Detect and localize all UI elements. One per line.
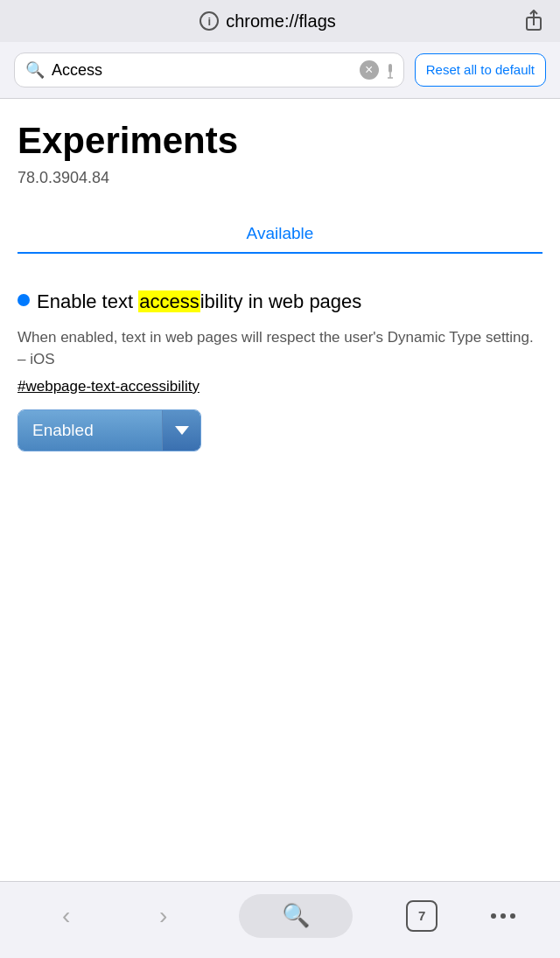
more-dot-2 xyxy=(500,913,506,919)
forward-icon: › xyxy=(159,902,167,930)
reset-all-button[interactable]: Reset all to default xyxy=(415,53,546,87)
flag-enabled-dot xyxy=(18,294,30,306)
more-dot-1 xyxy=(491,913,496,919)
flag-item: Enable text accessibility in web pages W… xyxy=(18,275,542,465)
page-title: Experiments xyxy=(18,120,542,162)
flag-title-after: ibility in web pages xyxy=(200,290,362,312)
url-text: chrome://flags xyxy=(226,11,336,31)
version-text: 78.0.3904.84 xyxy=(18,169,542,187)
dropdown-value: Enabled xyxy=(18,410,162,451)
flag-title: Enable text accessibility in web pages xyxy=(18,289,542,316)
clear-button[interactable] xyxy=(360,60,379,80)
svg-rect-2 xyxy=(388,64,392,73)
dropdown-arrow[interactable] xyxy=(162,410,200,451)
flag-link[interactable]: #webpage-text-accessibility xyxy=(18,378,542,395)
forward-button[interactable]: › xyxy=(142,894,186,938)
flag-title-before: Enable text xyxy=(37,290,138,312)
search-pill-button[interactable]: 🔍 xyxy=(239,894,353,938)
voice-icon[interactable] xyxy=(388,60,393,80)
search-wrapper: 🔍 xyxy=(14,52,404,87)
search-nav-icon: 🔍 xyxy=(282,902,310,929)
main-content: Experiments 78.0.3904.84 Available Enabl… xyxy=(0,99,560,881)
more-button[interactable] xyxy=(491,913,515,919)
more-dot-3 xyxy=(510,913,515,919)
back-button[interactable]: ‹ xyxy=(45,894,88,938)
flag-dropdown[interactable]: Enabled xyxy=(18,409,201,451)
tabs-button[interactable]: 7 xyxy=(406,900,438,932)
bottom-nav: ‹ › 🔍 7 xyxy=(0,881,560,958)
search-bar-area: 🔍 Reset all to default xyxy=(0,42,560,99)
back-icon: ‹ xyxy=(62,902,70,930)
tab-available[interactable]: Available xyxy=(18,215,542,252)
chevron-down-icon xyxy=(175,426,189,435)
tabs-count: 7 xyxy=(418,908,425,923)
share-icon[interactable] xyxy=(522,9,546,33)
address-bar: i chrome://flags xyxy=(0,0,560,42)
search-icon: 🔍 xyxy=(25,60,45,80)
flag-title-highlight: access xyxy=(138,290,200,312)
info-icon: i xyxy=(200,11,219,31)
tabs-container: Available xyxy=(18,215,542,254)
search-input[interactable] xyxy=(52,61,353,80)
flag-description: When enabled, text in web pages will res… xyxy=(18,326,542,371)
